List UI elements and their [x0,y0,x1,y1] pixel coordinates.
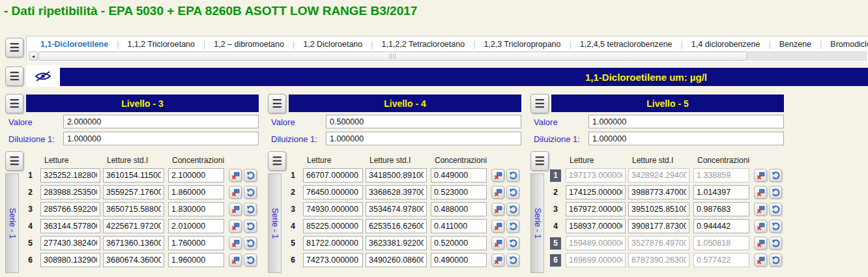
undo-reading-button[interactable] [506,254,519,267]
concentrazione-input[interactable] [693,168,749,182]
letture-std-input[interactable] [103,236,164,250]
letture-input[interactable] [303,168,363,182]
letture-std-input[interactable] [103,219,164,233]
exclude-reading-button[interactable] [491,169,504,182]
concentrazione-input[interactable] [431,202,487,216]
letture-input[interactable] [303,219,363,233]
concentrazione-input[interactable] [431,185,487,199]
valore-input[interactable] [588,115,784,128]
exclude-reading-button[interactable] [229,169,242,182]
letture-input[interactable] [566,185,626,199]
letture-std-input[interactable] [103,202,164,216]
letture-std-input[interactable] [366,202,427,216]
undo-reading-button[interactable] [244,254,257,267]
exclude-reading-button[interactable] [491,254,504,267]
concentrazione-input[interactable] [168,185,224,199]
letture-input[interactable] [566,236,626,250]
exclude-reading-button[interactable] [229,254,242,267]
tab-diclorobenzene[interactable]: 1,4 diclorobenzene [683,40,769,49]
letture-std-input[interactable] [628,236,689,250]
undo-reading-button[interactable] [506,186,519,199]
letture-input[interactable] [566,219,626,233]
letture-std-input[interactable] [628,185,689,199]
letture-input[interactable] [566,202,626,216]
letture-input[interactable] [566,253,626,267]
scroll-left-button[interactable]: ◄ [29,51,38,61]
concentrazione-input[interactable] [168,236,224,250]
undo-reading-button[interactable] [506,203,519,216]
diluizione-input[interactable] [63,132,259,145]
concentrazione-input[interactable] [431,253,487,267]
letture-std-input[interactable] [103,168,164,182]
letture-std-input[interactable] [103,253,164,267]
letture-input[interactable] [566,168,626,182]
exclude-reading-button[interactable] [229,220,242,233]
panel-menu-button[interactable]: ☰ [530,94,549,113]
exclude-reading-button[interactable] [491,186,504,199]
concentrazione-input[interactable] [431,168,487,182]
letture-input[interactable] [303,185,363,199]
tab-benzene[interactable]: Benzene [771,40,820,49]
toggle-visibility-button[interactable] [26,65,60,87]
tab-bromodiclorometano[interactable]: Bromodiclor [822,40,868,49]
undo-reading-button[interactable] [244,237,257,250]
tab-tricloroetano[interactable]: 1,1,2 Tricloroetano [119,40,203,49]
exclude-reading-button[interactable] [229,237,242,250]
undo-reading-button[interactable] [506,169,519,182]
exclude-reading-button[interactable] [754,254,767,267]
letture-std-input[interactable] [628,202,689,216]
concentrazione-input[interactable] [693,185,749,199]
letture-input[interactable] [40,236,100,250]
concentrazione-input[interactable] [431,236,487,250]
concentrazione-input[interactable] [693,202,749,216]
undo-reading-button[interactable] [769,186,782,199]
letture-std-input[interactable] [366,236,427,250]
concentrazione-input[interactable] [693,219,749,233]
letture-std-input[interactable] [366,168,427,182]
exclude-reading-button[interactable] [491,220,504,233]
tab-dicloroetano[interactable]: 1,2 Dicloroetano [295,40,371,49]
diluizione-input[interactable] [326,132,521,145]
exclude-reading-button[interactable] [229,203,242,216]
exclude-reading-button[interactable] [754,203,767,216]
undo-reading-button[interactable] [506,237,519,250]
undo-reading-button[interactable] [769,220,782,233]
concentrazione-input[interactable] [431,219,487,233]
concentrazione-input[interactable] [693,253,749,267]
letture-input[interactable] [40,253,100,267]
exclude-reading-button[interactable] [491,203,504,216]
letture-std-input[interactable] [366,253,427,267]
concentrazione-input[interactable] [168,202,224,216]
letture-input[interactable] [40,185,100,199]
tab-dicloroetilene[interactable]: 1,1-Dicloroetilene [32,40,117,49]
tab-tetracloroetano[interactable]: 1,1,2,2 Tetracloroetano [373,40,474,49]
valore-input[interactable] [326,115,521,128]
substance-menu-button[interactable]: ☰ [5,66,23,86]
panel-menu-button[interactable]: ☰ [268,94,286,113]
concentrazione-input[interactable] [168,168,224,182]
exclude-reading-button[interactable] [491,237,504,250]
scrollbar-thumb[interactable] [38,51,747,61]
undo-reading-button[interactable] [244,203,257,216]
undo-reading-button[interactable] [506,220,519,233]
letture-input[interactable] [303,236,363,250]
concentrazione-input[interactable] [168,253,224,267]
letture-input[interactable] [303,253,363,267]
letture-input[interactable] [40,219,100,233]
letture-input[interactable] [40,202,100,216]
exclude-reading-button[interactable] [754,169,767,182]
letture-std-input[interactable] [628,219,689,233]
letture-std-input[interactable] [366,219,427,233]
valore-input[interactable] [63,115,259,128]
undo-reading-button[interactable] [769,169,782,182]
undo-reading-button[interactable] [769,254,782,267]
table-menu-button[interactable]: ☰ [268,151,286,171]
exclude-reading-button[interactable] [754,186,767,199]
tab-tricloropropano[interactable]: 1,2,3 Tricloropropano [475,40,569,49]
diluizione-input[interactable] [588,132,784,145]
undo-reading-button[interactable] [244,169,257,182]
undo-reading-button[interactable] [769,203,782,216]
table-menu-button[interactable]: ☰ [530,151,549,171]
table-menu-button[interactable]: ☰ [5,151,23,171]
exclude-reading-button[interactable] [754,237,767,250]
